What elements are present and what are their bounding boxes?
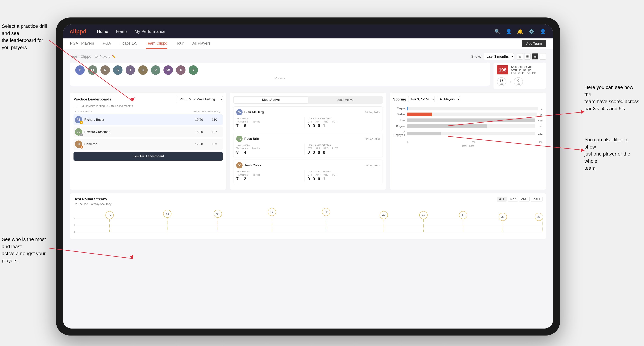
svg-marker-40	[581, 148, 584, 152]
lb-avatar-1: RB 1	[75, 116, 82, 123]
svg-text:5x: 5x	[270, 210, 273, 213]
pa-rounds-1: Total Rounds Tournament Practice 7 6	[236, 117, 302, 128]
person-icon[interactable]: 👤	[506, 29, 512, 34]
drill-select[interactable]: PUTT Must Make Putting...	[177, 96, 223, 102]
best-round-streaks-card: Best Round Streaks OTT APP ARG PUTT Off …	[70, 193, 546, 239]
player-avatar-7[interactable]: V	[151, 65, 160, 75]
sort-btn[interactable]: ↕	[540, 53, 546, 60]
activity-player-3: JC Josh Coles 26 Aug 2023 Total Rounds T…	[233, 160, 382, 184]
player-avatar-2[interactable]: Q	[88, 65, 97, 75]
pa-date-3: 26 Aug 2023	[365, 164, 380, 167]
players-list: P Q R S T U V W X Y	[75, 65, 485, 75]
player-avatar-1[interactable]: P	[75, 65, 85, 75]
bar-axis: 0 200 400	[393, 141, 542, 144]
nav-teams[interactable]: Teams	[115, 29, 128, 34]
lb-score-2: 18/20	[192, 130, 206, 134]
shot-dist-line: Shot Dist: 16 yds	[511, 65, 536, 68]
show-label: Show:	[471, 54, 481, 58]
search-icon[interactable]: 🔍	[494, 29, 500, 34]
par-filter-select[interactable]: Par 3, 4 & 5s	[408, 96, 435, 102]
bar-fill-eagles	[407, 107, 408, 110]
player-avatar-6[interactable]: U	[138, 65, 148, 75]
nav-home[interactable]: Home	[97, 29, 108, 34]
activity-player-1: BM Blair McHarg 26 Aug 2023 Total Rounds…	[233, 106, 382, 131]
bar-track-birdies	[407, 113, 537, 116]
lb-table-header: Player Name PB Score PB Avg SQ	[74, 110, 223, 113]
lb-name-2: Edward Crossman	[84, 130, 110, 134]
annotation-top-left: Select a practice drill and seethe leade…	[2, 23, 51, 51]
ipad-screen: clippd Home Teams My Performance 🔍 👤 🔔 ⚙…	[63, 24, 553, 329]
player-avatar-5[interactable]: T	[126, 65, 135, 75]
player-avatar-3[interactable]: R	[100, 65, 110, 75]
tab-most-active[interactable]: Most Active	[234, 97, 308, 103]
sub-nav-pgat[interactable]: PGAT Players	[70, 38, 94, 49]
activity-player-2: RB Rees Britt 02 Sep 2023 Total Rounds T…	[233, 133, 382, 158]
pa-stats-3: Total Rounds Tournament Practice 7 2	[236, 170, 380, 181]
sub-nav-all[interactable]: All Players	[192, 38, 210, 49]
sub-nav-team[interactable]: Team Clippd	[146, 38, 167, 49]
player-avatar-10[interactable]: Y	[189, 65, 198, 75]
show-select[interactable]: Last 3 months	[484, 53, 514, 60]
card-view-btn[interactable]: ▦	[532, 53, 538, 60]
streak-filter-arg[interactable]: ARG	[519, 197, 530, 201]
streak-filter-ott[interactable]: OTT	[497, 197, 507, 201]
annotation-right-top-text: Here you can see how theteam have scored…	[584, 85, 639, 111]
drill-subtitle: PUTT Must Make Putting (3-6 ft), Last 3 …	[74, 105, 223, 108]
avatar-icon[interactable]: 👤	[540, 29, 546, 34]
nav-performance[interactable]: My Performance	[134, 29, 166, 34]
shot-circles: 16 yds → 0 yds	[497, 77, 542, 86]
view-full-leaderboard-button[interactable]: View Full Leaderboard	[74, 152, 223, 161]
lb-card-header: Practice Leaderboards PUTT Must Make Put…	[74, 96, 223, 102]
sub-nav-hcaps[interactable]: Hcaps 1-5	[120, 38, 137, 49]
bar-fill-dbogeys	[407, 132, 441, 135]
lb-score-3: 17/20	[192, 142, 206, 146]
lb-row-2[interactable]: EC 2 Edward Crossman 18/20 107	[74, 127, 223, 137]
bar-label-pars: Pars	[393, 119, 406, 122]
shot-dist-box: 198	[497, 65, 508, 74]
bar-track-eagles	[407, 107, 538, 110]
players-card: P Q R S T U V W X Y Players	[70, 63, 490, 86]
axis-title: Total Shots	[393, 145, 542, 147]
pa-name-1: Blair McHarg	[244, 110, 264, 114]
bar-val-eagles: 3	[541, 107, 542, 110]
lb-score-1: 19/20	[192, 118, 206, 122]
lb-avg-1: 110	[208, 118, 222, 122]
lb-row-1[interactable]: RB 1 Richard Butler 19/20 110	[74, 114, 223, 125]
pa-date-2: 02 Sep 2023	[365, 137, 380, 140]
lb-player-2: EC 2 Edward Crossman	[75, 128, 190, 136]
edit-icon[interactable]: ✏️	[112, 54, 116, 58]
lb-title: Practice Leaderboards	[74, 97, 111, 101]
activity-tabs: Most Active Least Active	[233, 96, 382, 104]
list-view-btn[interactable]: ☰	[524, 53, 530, 60]
arrow-right-icon: →	[508, 79, 512, 84]
divider-2	[304, 144, 305, 155]
tab-least-active[interactable]: Least Active	[308, 97, 382, 103]
player-avatar-4[interactable]: S	[113, 65, 122, 75]
view-icons: ⊞ ☰ ▦ ↕	[516, 53, 546, 60]
add-team-button[interactable]: Add Team	[522, 40, 546, 47]
svg-marker-38	[581, 110, 584, 114]
annotation-top-left-text: Select a practice drill and seethe leade…	[2, 23, 47, 50]
bar-label-bogeys: Bogeys	[393, 125, 406, 128]
annotation-bottom-left-text: See who is the most and leastactive amon…	[2, 237, 46, 263]
bell-icon[interactable]: 🔔	[517, 29, 523, 34]
bar-val-birdies: 96	[540, 113, 542, 116]
pa-stats-1: Total Rounds Tournament Practice 7 6	[236, 117, 380, 128]
lb-col-avg: PB Avg SQ	[208, 110, 222, 113]
rank-badge-3: 3	[80, 145, 83, 149]
scoring-title: Scoring	[393, 97, 406, 101]
player-avatar-8[interactable]: W	[164, 65, 173, 75]
sub-nav-tour[interactable]: Tour	[176, 38, 184, 49]
main-content: Team Clippd | 14 Players ✏️ Show: Last 3…	[63, 49, 553, 329]
lb-row-3[interactable]: CA 3 Cameron... 17/20 103	[74, 139, 223, 150]
settings-icon[interactable]: ⚙️	[528, 29, 534, 34]
streak-filter-putt[interactable]: PUTT	[530, 197, 542, 201]
player-avatar-9[interactable]: X	[176, 65, 186, 75]
pa-rounds-3: Total Rounds Tournament Practice 7 2	[236, 170, 302, 181]
player-filter-select[interactable]: All Players	[437, 96, 460, 102]
grid-view-btn[interactable]: ⊞	[516, 53, 523, 60]
pa-player-info-3: JC Josh Coles	[236, 162, 261, 169]
sub-nav-pga[interactable]: PGA	[103, 38, 111, 49]
pa-header-2: RB Rees Britt 02 Sep 2023	[236, 136, 380, 142]
streak-filter-app[interactable]: APP	[508, 197, 518, 201]
